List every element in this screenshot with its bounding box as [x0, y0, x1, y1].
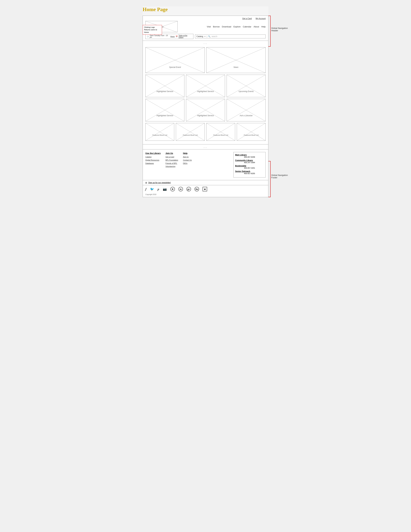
- hero-card-label-1: Special Event: [169, 66, 181, 68]
- today-link[interactable]: Today at the Library: [178, 35, 192, 38]
- footer-link-digital[interactable]: Digital Resources: [145, 159, 161, 162]
- nav-visit[interactable]: Visit: [207, 26, 211, 28]
- footer-branches: Main Library 406-657-8258 Community Libr…: [234, 152, 266, 178]
- copyright: Copyright 2018: [143, 193, 268, 197]
- hero-card-label-2: News: [234, 66, 238, 68]
- ask-librarian-card[interactable]: Ask a Librarian: [227, 99, 266, 121]
- twitter-icon[interactable]: 🐦: [150, 187, 154, 191]
- nav-help[interactable]: Help: [261, 26, 266, 28]
- my-account-link[interactable]: My Account: [256, 17, 266, 20]
- book-list-label-2: Featured Book List: [183, 134, 198, 136]
- book-list-card-3[interactable]: Featured Book List: [206, 123, 235, 141]
- book-list-label-1: Featured Book List: [152, 134, 167, 136]
- footer-heading-3: Help: [183, 152, 192, 154]
- service-card-3[interactable]: Highlighted Service: [145, 99, 184, 121]
- book-list-label-3: Featured Book List: [213, 134, 228, 136]
- catalog-dropdown[interactable]: ▼: [204, 36, 206, 38]
- branch-community: Community Library 406-247-3094: [235, 159, 264, 163]
- footer-link-get-card[interactable]: Get a Card: [166, 155, 178, 159]
- branch-senior-phone: 406-657-8255: [235, 172, 264, 174]
- book-list-row: Featured Book List Featured Book List Fe…: [145, 123, 266, 141]
- hero-card-news[interactable]: News: [206, 47, 266, 73]
- linkedin-icon[interactable]: in: [178, 187, 183, 191]
- misc-social-icon[interactable]: ▣: [203, 187, 207, 191]
- footer-link-faqs[interactable]: FAQs: [183, 162, 192, 165]
- nav-borrow[interactable]: Borrow: [213, 26, 220, 28]
- footer-link-ask-us[interactable]: Ask Us: [183, 155, 192, 159]
- hero-card-special-event[interactable]: Special Event: [145, 47, 205, 73]
- upcoming-events-card[interactable]: Upcoming Events: [227, 75, 266, 97]
- branch-bookmobile-phone: 406-657-3201: [235, 167, 264, 169]
- footer-col-use-library: Use the Library Catalog Digital Resource…: [145, 152, 161, 178]
- service-card-label-1: Highlighted Service: [157, 90, 173, 93]
- page-title: Home Page: [143, 6, 268, 12]
- social-bar: 𝒇 🐦 𝒑 📷 B in g+ Su ▣: [143, 185, 268, 193]
- service-card-label-4: Highlighted Service: [197, 114, 214, 117]
- newsletter-bar[interactable]: ✉ Sign up for our newsletter!: [143, 180, 268, 185]
- main-content: Special Event News Highlighted Service: [143, 45, 268, 144]
- book-list-label-4: Featured Book List: [244, 134, 259, 136]
- footer-link-bpl-foundation[interactable]: BPL Foundation: [166, 159, 178, 162]
- hero-row: Special Event News: [145, 47, 266, 73]
- branch-main: Main Library 406-657-8258: [235, 154, 264, 158]
- service-card-label-3: Highlighted Service: [157, 114, 173, 117]
- branch-community-phone: 406-247-3094: [235, 162, 264, 163]
- footer-link-volunteering[interactable]: Volunteering: [166, 165, 178, 168]
- upcoming-events-label: Upcoming Events: [239, 90, 254, 93]
- search-bar: Catalog ▼ | 🔍 search: [195, 35, 266, 38]
- branch-main-phone: 406-657-8258: [235, 156, 264, 158]
- footer-col-join-us: Join Us Get a Card BPL Foundation Friend…: [166, 152, 178, 178]
- dots-divider-top: ...: [143, 41, 268, 45]
- footer-link-friends[interactable]: Friends of BPL: [166, 162, 178, 165]
- ask-librarian-label: Ask a Librarian: [240, 114, 252, 117]
- search-icon: 🔍: [208, 35, 211, 38]
- branch-bookmobile-name[interactable]: Bookmobile: [235, 165, 264, 167]
- instagram-icon[interactable]: 📷: [163, 187, 167, 191]
- footer-link-databases[interactable]: Databases: [145, 162, 161, 165]
- services-row-1: Highlighted Service Highlighted Service …: [145, 75, 266, 97]
- hours-link[interactable]: Hours: [170, 36, 175, 38]
- services-row-2: Highlighted Service Highlighted Service …: [145, 99, 266, 121]
- nav-explore[interactable]: Explore: [234, 26, 241, 28]
- branch-community-name[interactable]: Community Library: [235, 159, 264, 162]
- dots-divider-bottom: ...: [143, 145, 268, 149]
- branch-senior-name[interactable]: Senior Outreach: [235, 170, 264, 172]
- nav-download[interactable]: Download: [222, 26, 231, 28]
- pinterest-icon[interactable]: 𝒑: [158, 187, 159, 191]
- footer-heading-1: Use the Library: [145, 152, 161, 154]
- branch-senior: Senior Outreach 406-657-8255: [235, 170, 264, 174]
- service-card-4[interactable]: Highlighted Service: [186, 99, 225, 121]
- facebook-icon[interactable]: 𝒇: [145, 187, 147, 191]
- footer-link-contact-us[interactable]: Contact Us: [183, 159, 192, 162]
- stumbleupon-icon[interactable]: Su: [195, 187, 199, 191]
- blogger-icon[interactable]: B: [170, 187, 175, 191]
- book-list-card-2[interactable]: Featured Book List: [176, 123, 205, 141]
- main-nav: Visit Borrow Download Explore Calendar A…: [207, 26, 266, 28]
- footer-heading-2: Join Us: [166, 152, 178, 154]
- nav-calendar[interactable]: Calendar: [243, 26, 252, 28]
- book-list-card-4[interactable]: Featured Book List: [237, 123, 266, 141]
- nav-about[interactable]: About: [253, 26, 259, 28]
- service-card-1[interactable]: Highlighted Service: [145, 75, 184, 97]
- footer-annotation-label: Global Navigation Footer: [271, 174, 294, 197]
- search-input[interactable]: search: [211, 35, 217, 38]
- newsletter-text: Sign up for our newsletter!: [148, 181, 171, 184]
- newsletter-icon: ✉: [145, 181, 147, 184]
- branch-bookmobile: Bookmobile 406-657-3201: [235, 165, 264, 169]
- service-card-2[interactable]: Highlighted Service: [186, 75, 225, 97]
- googleplus-icon[interactable]: g+: [187, 187, 191, 191]
- header-annotation-label: Global Navigation Header: [271, 27, 294, 47]
- catalog-label: Catalog: [196, 35, 203, 38]
- footer-link-catalog[interactable]: Catalog: [145, 155, 161, 159]
- wireframe-container: Get a Card My Account Logo Visit Borr: [143, 16, 268, 197]
- branch-main-name[interactable]: Main Library: [235, 154, 264, 156]
- service-card-label-2: Highlighted Service: [197, 90, 214, 93]
- book-list-card-1[interactable]: Featured Book List: [145, 123, 174, 141]
- search-divider: |: [207, 35, 207, 38]
- get-a-card-link[interactable]: Get a Card: [242, 17, 252, 20]
- logo-annotation: Clicking Logo Returns users to Home: [143, 25, 162, 35]
- footer-col-help: Help Ask Us Contact Us FAQs: [183, 152, 192, 178]
- global-nav-footer: Use the Library Catalog Digital Resource…: [143, 149, 268, 197]
